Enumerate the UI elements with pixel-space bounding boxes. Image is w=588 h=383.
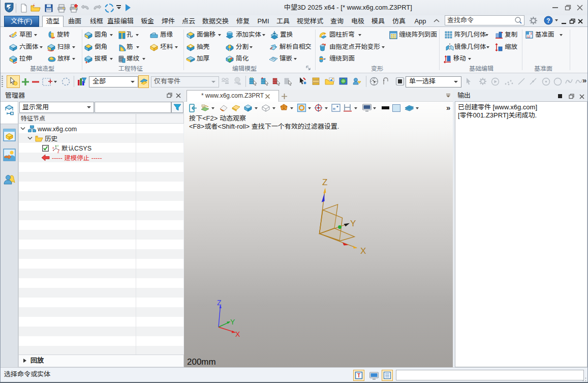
svg-text:X: X [360,246,366,256]
svg-text:200mm: 200mm [187,357,216,367]
svg-text:?: ? [546,17,550,24]
svg-text:T: T [357,373,360,378]
svg-text:X: X [52,146,54,150]
svg-text:Y: Y [230,318,235,326]
svg-text:X: X [235,330,240,338]
svg-text:Z: Z [217,299,222,307]
svg-text:Y: Y [57,144,59,148]
svg-text:Y: Y [350,219,356,228]
svg-text:12: 12 [527,35,531,38]
svg-text:Z: Z [322,178,327,187]
